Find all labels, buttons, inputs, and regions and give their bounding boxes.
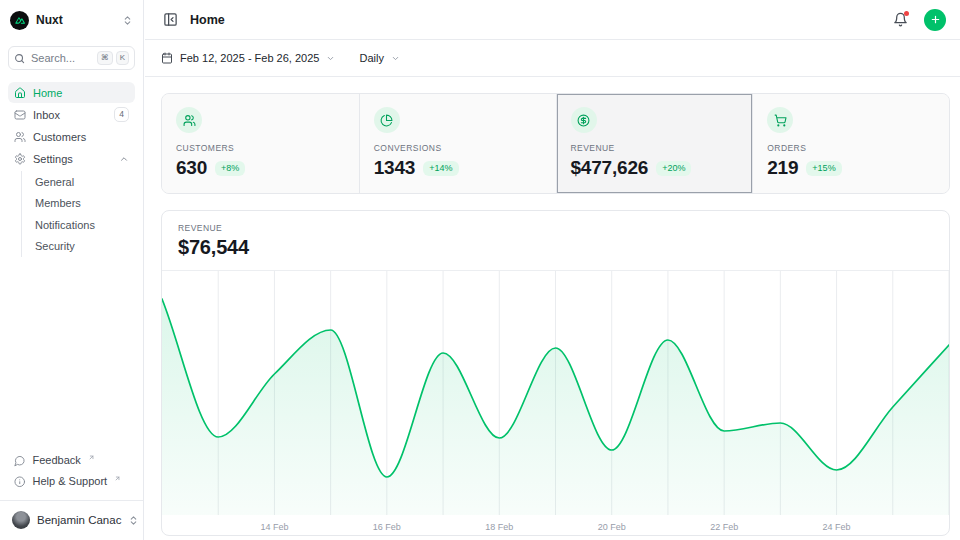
nuxt-logo-icon xyxy=(10,11,29,30)
chevron-down-icon xyxy=(326,54,335,63)
content: CUSTOMERS 630+8% CONVERSIONS 1343+14% RE… xyxy=(145,77,960,536)
external-link-icon xyxy=(114,475,121,482)
workspace-name: Nuxt xyxy=(36,13,115,27)
plus-icon xyxy=(930,14,941,25)
users-icon xyxy=(14,131,26,143)
sidebar-item-notifications[interactable]: Notifications xyxy=(35,214,135,236)
page-title: Home xyxy=(190,13,881,27)
sidebar-nav: Home Inbox 4 Customers Settings General … xyxy=(8,82,135,257)
user-menu[interactable]: Benjamin Canac xyxy=(8,508,135,532)
subitem-label: General xyxy=(35,176,74,188)
stats-grid: CUSTOMERS 630+8% CONVERSIONS 1343+14% RE… xyxy=(161,93,950,194)
stat-label: CUSTOMERS xyxy=(176,143,345,153)
chevron-up-down-icon xyxy=(128,515,139,526)
collapse-sidebar-button[interactable] xyxy=(161,10,180,29)
workspace-switcher[interactable]: Nuxt xyxy=(8,8,135,32)
stat-card-orders[interactable]: ORDERS 219+15% xyxy=(752,94,949,193)
revenue-chart-panel: REVENUE $76,544 14 Feb16 Feb18 Feb20 Feb… xyxy=(161,210,950,536)
chart-header: REVENUE $76,544 xyxy=(162,211,949,271)
svg-text:16 Feb: 16 Feb xyxy=(373,522,401,532)
users-icon xyxy=(176,107,202,133)
sidebar-item-label: Home xyxy=(33,87,129,99)
filters-toolbar: Feb 12, 2025 - Feb 26, 2025 Daily xyxy=(145,40,960,77)
chevron-up-down-icon xyxy=(122,15,133,26)
help-support-link[interactable]: Help & Support xyxy=(8,472,135,493)
calendar-icon xyxy=(161,52,173,64)
avatar xyxy=(12,511,30,529)
add-button[interactable] xyxy=(924,9,946,31)
stat-value: 1343 xyxy=(374,157,415,179)
sidebar-item-settings[interactable]: Settings xyxy=(8,148,135,169)
feedback-label: Feedback xyxy=(33,454,81,466)
search-input[interactable]: Search... ⌘K xyxy=(8,46,135,70)
sidebar-item-security[interactable]: Security xyxy=(35,236,135,258)
stat-delta-badge: +20% xyxy=(656,161,691,176)
granularity-select[interactable]: Daily xyxy=(359,52,399,64)
subitem-label: Security xyxy=(35,240,75,252)
sidebar-item-home[interactable]: Home xyxy=(8,82,135,103)
external-link-icon xyxy=(88,454,95,461)
sidebar-divider xyxy=(0,500,143,501)
sidebar: Nuxt Search... ⌘K Home Inbox 4 Customers… xyxy=(0,0,144,540)
kbd-meta: ⌘ xyxy=(97,51,113,65)
panel-left-close-icon xyxy=(163,12,178,27)
svg-text:14 Feb: 14 Feb xyxy=(260,522,288,532)
subitem-label: Notifications xyxy=(35,219,95,231)
kbd-k: K xyxy=(116,51,129,65)
stat-value: 630 xyxy=(176,157,207,179)
chart-total-value: $76,544 xyxy=(178,236,933,259)
chevron-down-icon xyxy=(391,54,400,63)
stat-label: ORDERS xyxy=(767,143,935,153)
svg-text:22 Feb: 22 Feb xyxy=(710,522,738,532)
stat-card-customers[interactable]: CUSTOMERS 630+8% xyxy=(162,94,359,193)
svg-text:24 Feb: 24 Feb xyxy=(823,522,851,532)
date-range-label: Feb 12, 2025 - Feb 26, 2025 xyxy=(180,52,319,64)
inbox-icon xyxy=(14,109,26,121)
stat-label: CONVERSIONS xyxy=(374,143,542,153)
stat-delta-badge: +14% xyxy=(423,161,458,176)
sidebar-item-customers[interactable]: Customers xyxy=(8,126,135,147)
home-icon xyxy=(14,87,26,99)
feedback-link[interactable]: Feedback xyxy=(8,451,135,472)
revenue-chart-svg: 14 Feb16 Feb18 Feb20 Feb22 Feb24 Feb xyxy=(162,271,949,535)
stat-delta-badge: +15% xyxy=(806,161,841,176)
svg-text:20 Feb: 20 Feb xyxy=(598,522,626,532)
sidebar-item-label: Customers xyxy=(33,131,129,143)
stat-card-revenue[interactable]: REVENUE $477,626+20% xyxy=(556,94,753,193)
chat-bubble-icon xyxy=(14,455,26,467)
info-icon xyxy=(14,476,26,488)
stat-label: REVENUE xyxy=(571,143,739,153)
sidebar-item-label: Inbox xyxy=(33,109,107,121)
chevron-up-icon xyxy=(119,154,129,164)
sidebar-item-label: Settings xyxy=(33,153,112,165)
search-shortcut: ⌘K xyxy=(97,51,129,65)
page-header: Home xyxy=(145,0,960,40)
sidebar-footer: Feedback Help & Support Benjamin Canac xyxy=(8,451,135,532)
dollar-circle-icon xyxy=(571,107,597,133)
inbox-count-badge: 4 xyxy=(114,107,129,122)
stat-delta-badge: +8% xyxy=(215,161,245,176)
search-icon xyxy=(14,53,25,64)
sidebar-item-inbox[interactable]: Inbox 4 xyxy=(8,104,135,125)
shopping-cart-icon xyxy=(767,107,793,133)
chart-x-labels: 14 Feb16 Feb18 Feb20 Feb22 Feb24 Feb xyxy=(260,522,850,532)
notification-dot xyxy=(904,11,909,16)
settings-submenu: General Members Notifications Security xyxy=(21,171,135,257)
stat-value: 219 xyxy=(767,157,798,179)
svg-text:18 Feb: 18 Feb xyxy=(485,522,513,532)
search-placeholder: Search... xyxy=(31,52,91,64)
notifications-button[interactable] xyxy=(891,10,910,29)
date-range-picker[interactable]: Feb 12, 2025 - Feb 26, 2025 xyxy=(161,52,335,64)
help-support-label: Help & Support xyxy=(33,475,108,487)
gear-icon xyxy=(14,153,26,165)
pie-chart-icon xyxy=(374,107,400,133)
sidebar-item-members[interactable]: Members xyxy=(35,193,135,215)
granularity-label: Daily xyxy=(359,52,383,64)
subitem-label: Members xyxy=(35,197,81,209)
main-area: Home Feb 12, 2025 - Feb 26, 2025 Daily C… xyxy=(145,0,960,540)
chart-title: REVENUE xyxy=(178,223,933,233)
stat-value: $477,626 xyxy=(571,157,649,179)
sidebar-item-general[interactable]: General xyxy=(35,171,135,193)
user-name: Benjamin Canac xyxy=(37,514,121,526)
stat-card-conversions[interactable]: CONVERSIONS 1343+14% xyxy=(359,94,556,193)
